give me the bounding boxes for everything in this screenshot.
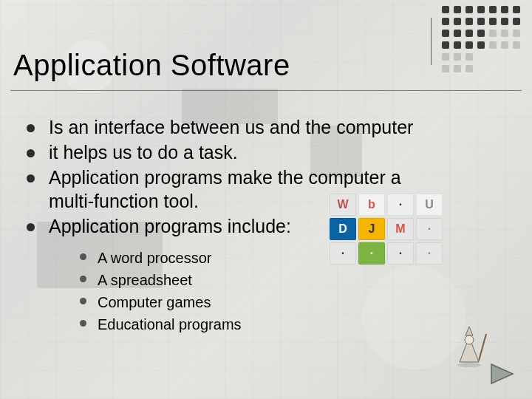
list-item-text: Application programs include:: [49, 216, 291, 236]
clipart-wizard: [449, 325, 489, 368]
app-icon: ·: [387, 242, 414, 265]
bullet-icon: [27, 174, 35, 183]
svg-marker-3: [491, 364, 513, 383]
list-item-text: Educational programs: [98, 316, 242, 332]
list-item: Educational programs: [80, 313, 421, 335]
app-icon: W: [330, 194, 356, 216]
bullet-icon: [80, 320, 86, 327]
list-item: A spreadsheet: [80, 269, 421, 291]
svg-point-1: [465, 335, 474, 344]
app-icons-grid: W b · U D J M · · · · ·: [330, 194, 443, 265]
svg-line-2: [479, 334, 486, 361]
bullet-icon: [80, 276, 86, 282]
app-icon: ·: [358, 242, 385, 265]
app-icon: ·: [416, 242, 443, 265]
list-item: Computer games: [80, 291, 421, 313]
list-item: it helps us to do a task.: [27, 140, 421, 164]
bullet-icon: [27, 223, 35, 231]
bullet-icon: [80, 253, 86, 260]
svg-point-0: [457, 363, 481, 367]
list-item-text: it helps us to do a task.: [49, 142, 238, 163]
list-item-text: Computer games: [98, 294, 211, 310]
app-icon: D: [330, 218, 356, 240]
corner-dot-matrix: [442, 6, 522, 74]
list-item-text: A word processor: [98, 250, 212, 266]
app-icon: U: [416, 194, 443, 216]
next-slide-button[interactable]: [489, 362, 519, 386]
app-icon: ·: [416, 218, 443, 240]
list-item: Is an interface between us and the compu…: [27, 115, 421, 139]
title-rule: [10, 90, 522, 91]
play-forward-icon: [489, 362, 519, 386]
bullet-icon: [27, 124, 35, 132]
app-icon: ·: [330, 242, 356, 265]
app-icon: J: [358, 218, 385, 240]
list-item-text: Is an interface between us and the compu…: [49, 117, 413, 137]
corner-separator: [431, 18, 432, 65]
list-item-text: A spreadsheet: [98, 272, 192, 288]
app-icon: M: [387, 218, 414, 240]
slide-title: Application Software: [13, 49, 290, 82]
bullet-icon: [27, 149, 35, 157]
app-icon: b: [358, 194, 385, 216]
bullet-icon: [80, 298, 86, 304]
app-icon: ·: [387, 194, 414, 216]
